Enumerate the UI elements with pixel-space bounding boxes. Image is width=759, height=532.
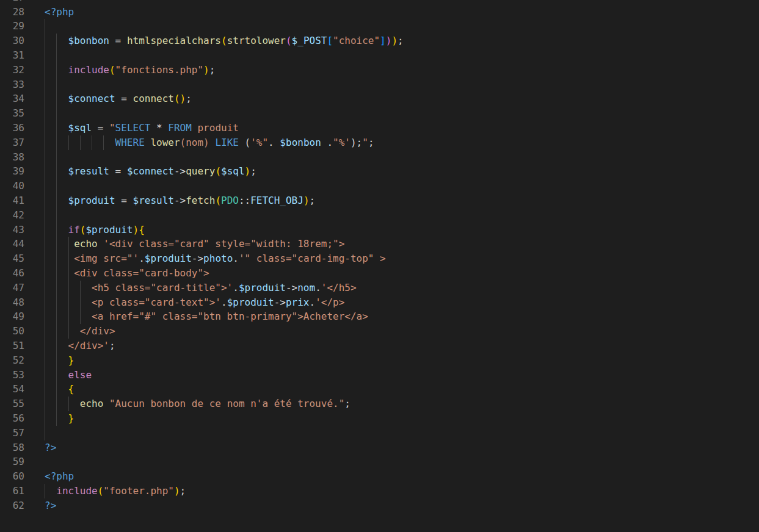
code-token: ?> <box>45 442 56 453</box>
code-line-content[interactable]: <h5 class="card-title">'.$produit->nom.'… <box>24 281 759 295</box>
indent-whitespace <box>45 325 80 337</box>
code-token: '</p> <box>315 297 344 308</box>
code-token: ] <box>380 35 386 46</box>
indent-guide-line <box>45 77 45 92</box>
code-token: ( <box>215 195 221 206</box>
line-number: 46 <box>0 266 24 281</box>
indent-guide-line <box>56 368 57 383</box>
code-line-content[interactable] <box>24 106 759 121</box>
code-line: 57 <box>0 426 759 440</box>
code-line-content[interactable]: { <box>24 382 759 397</box>
code-line-content[interactable]: $result = $connect->query($sql); <box>24 164 759 179</box>
indent-guide-line <box>45 106 45 121</box>
code-line: 39 $result = $connect->query($sql); <box>0 164 759 179</box>
indent-guide-line <box>56 339 57 353</box>
code-line-content[interactable] <box>24 0 759 5</box>
code-token: ( <box>215 165 221 177</box>
code-token: "Aucun bonbon de ce nom n'a été trouvé." <box>109 398 344 409</box>
code-line: 54 { <box>0 382 759 397</box>
code-token: [ <box>327 35 333 46</box>
indent-guide-line <box>45 295 45 310</box>
code-line: 58?> <box>0 440 759 455</box>
indent-guide-line <box>45 266 45 281</box>
code-line-content[interactable]: <p class="card-text">'.$produit->prix.'<… <box>24 295 759 310</box>
code-token: strtolower <box>227 35 286 46</box>
code-line-content[interactable]: <img src="'.$produit->photo.'" class="ca… <box>24 251 759 266</box>
code-line-content[interactable] <box>24 48 759 63</box>
code-line-content[interactable]: echo '<div class="card" style="width: 18… <box>24 237 759 251</box>
code-line-content[interactable]: $sql = "SELECT * FROM produit <box>24 121 759 135</box>
code-line: 52 } <box>0 353 759 368</box>
code-line-content[interactable]: if($produit){ <box>24 223 759 237</box>
code-token: query <box>186 165 215 177</box>
code-line: 59 <box>0 455 759 469</box>
indent-guide-line <box>56 251 57 266</box>
code-token: ) <box>174 485 180 497</box>
code-token: = <box>115 93 133 104</box>
code-token: ; <box>109 340 115 351</box>
line-number: 54 <box>0 382 24 397</box>
code-line-content[interactable]: <a href="#" class="btn btn-primary">Ache… <box>24 309 759 324</box>
indent-guide-line <box>56 92 57 106</box>
indent-guide-line <box>56 193 57 208</box>
code-line-content[interactable] <box>24 455 759 469</box>
code-line-content[interactable] <box>24 179 759 193</box>
indent-guide-line <box>56 179 57 193</box>
line-number: 38 <box>0 150 24 165</box>
code-line-content[interactable]: $connect = connect(); <box>24 92 759 106</box>
code-line-content[interactable]: <div class="card-body"> <box>24 266 759 281</box>
line-number: 41 <box>0 193 24 208</box>
code-line-content[interactable]: } <box>24 411 759 426</box>
code-token: <?php <box>45 470 74 482</box>
indent-guide-line <box>45 92 45 106</box>
line-number: 33 <box>0 77 24 92</box>
code-token: ( <box>221 35 227 46</box>
code-line-content[interactable] <box>24 426 759 440</box>
code-line-content[interactable]: ?> <box>24 498 759 513</box>
code-line-content[interactable]: ?> <box>24 440 759 455</box>
code-line-content[interactable] <box>24 208 759 223</box>
code-line-content[interactable]: include("fonctions.php"); <box>24 63 759 77</box>
code-line-content[interactable]: include("footer.php"); <box>24 484 759 498</box>
code-token: $result <box>133 195 174 206</box>
code-token: ( <box>109 64 115 76</box>
code-line: 61 include("footer.php"); <box>0 484 759 498</box>
indent-guide-line <box>45 48 45 63</box>
code-token: $connect <box>127 165 174 177</box>
code-line-content[interactable]: $produit = $result->fetch(PDO::FETCH_OBJ… <box>24 193 759 208</box>
code-line-content[interactable]: <?php <box>24 469 759 484</box>
code-token: -> <box>174 195 186 206</box>
indent-guide-line <box>45 121 45 135</box>
code-token: ) <box>386 35 392 46</box>
code-token: ; <box>310 195 316 206</box>
indent-guide-line <box>56 34 57 48</box>
code-token: ( <box>80 224 86 235</box>
code-line-content[interactable]: else <box>24 368 759 383</box>
code-token: . <box>233 253 239 264</box>
code-token: ); <box>350 137 362 148</box>
code-line: 44 echo '<div class="card" style="width:… <box>0 237 759 251</box>
code-token: produit <box>192 122 239 134</box>
code-line-content[interactable] <box>24 19 759 34</box>
indent-guide-line <box>56 106 57 121</box>
code-line-content[interactable]: $bonbon = htmlspecialchars(strtolower($_… <box>24 34 759 48</box>
code-line: 31 <box>0 48 759 63</box>
indent-guide-line <box>68 397 69 411</box>
code-line-content[interactable] <box>24 77 759 92</box>
code-line-content[interactable]: echo "Aucun bonbon de ce nom n'a été tro… <box>24 397 759 411</box>
code-token: '</h5> <box>321 282 357 293</box>
indent-guide-line <box>45 324 45 339</box>
code-line-content[interactable]: } <box>24 353 759 368</box>
code-token: $sql <box>68 122 92 134</box>
code-line-content[interactable]: </div> <box>24 324 759 339</box>
indent-guide-line <box>45 426 45 440</box>
indent-guide-line <box>45 309 45 324</box>
code-line-content[interactable] <box>24 150 759 165</box>
code-line: 41 $produit = $result->fetch(PDO::FETCH_… <box>0 193 759 208</box>
indent-guide-line <box>56 281 57 295</box>
code-line-content[interactable]: WHERE lower(nom) LIKE ('%". $bonbon ."%'… <box>24 135 759 150</box>
code-line-content[interactable]: </div>'; <box>24 339 759 353</box>
code-line-content[interactable]: <?php <box>24 5 759 20</box>
code-token: . <box>268 137 280 148</box>
code-token: = <box>109 165 127 177</box>
